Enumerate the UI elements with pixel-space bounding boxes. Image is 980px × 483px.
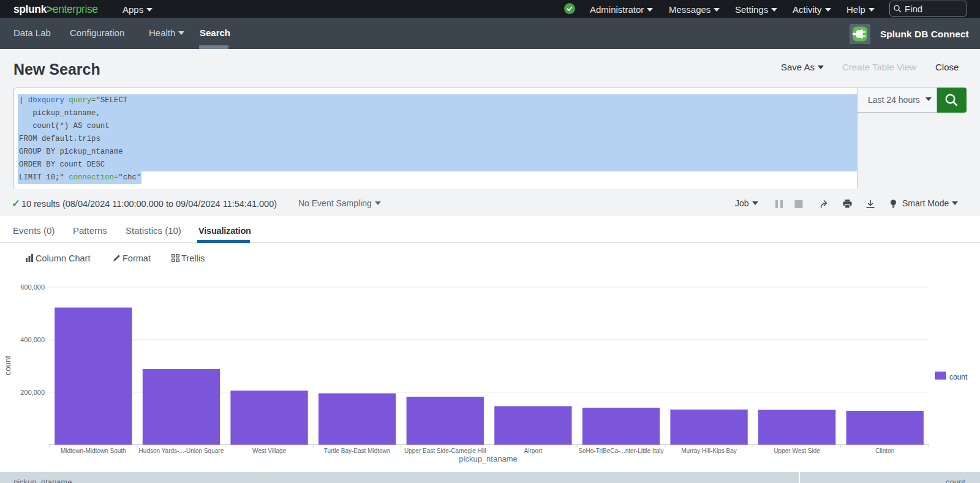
svg-text:SoHo-TriBeCa-...nter-Little It: SoHo-TriBeCa-...nter-Little Italy [578,447,663,454]
svg-text:400,000: 400,000 [20,336,45,343]
svg-text:Murray Hill-Kips Bay: Murray Hill-Kips Bay [681,447,737,454]
svg-text:Turtle Bay-East Midtown: Turtle Bay-East Midtown [324,447,391,454]
svg-text:Hudson Yards-...-Union Square: Hudson Yards-...-Union Square [139,447,224,454]
svg-text:count: count [949,373,968,381]
svg-text:Upper East Side-Carnegie Hill: Upper East Side-Carnegie Hill [404,447,486,454]
svg-text:pickup_ntaname: pickup_ntaname [459,454,517,463]
svg-text:Airport: Airport [524,447,543,454]
svg-text:West Village: West Village [252,447,287,454]
svg-text:Upper West Side: Upper West Side [774,447,820,454]
svg-text:200,000: 200,000 [20,389,45,396]
svg-text:Clinton: Clinton [875,447,894,454]
svg-text:600,000: 600,000 [20,283,45,291]
svg-text:count: count [3,356,12,375]
svg-text:Midtown-Midtown South: Midtown-Midtown South [61,447,126,454]
